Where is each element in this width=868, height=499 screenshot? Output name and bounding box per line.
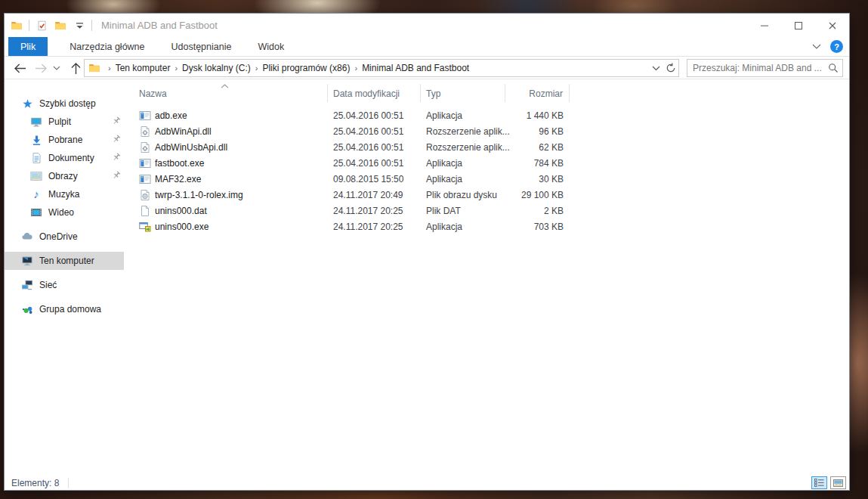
table-row-adbwinapi-dll[interactable]: AdbWinApi.dll 25.04.2016 00:51 Rozszerze… bbox=[124, 123, 849, 139]
file-name-cell: fastboot.exe bbox=[124, 157, 328, 169]
column-header-typ[interactable]: Typ bbox=[421, 84, 505, 102]
collapse-ribbon-button[interactable] bbox=[812, 44, 821, 49]
qat-new-folder-button[interactable] bbox=[54, 18, 67, 33]
sidebar-item-quick-access[interactable]: Szybki dostęp bbox=[5, 95, 124, 113]
back-button[interactable] bbox=[11, 59, 29, 77]
tab-narzedzia-glowne[interactable]: Narzędzia główne bbox=[60, 37, 154, 56]
tab-widok[interactable]: Widok bbox=[248, 37, 294, 56]
ribbon-right-controls: ? bbox=[812, 37, 849, 56]
file-name-cell: adb.exe bbox=[124, 110, 328, 122]
help-button[interactable]: ? bbox=[830, 40, 843, 53]
table-row-adbwinusbapi-dll[interactable]: AdbWinUsbApi.dll 25.04.2016 00:51 Rozsze… bbox=[124, 139, 849, 155]
sidebar-item-wideo[interactable]: Wideo bbox=[5, 203, 124, 222]
breadcrumb-program-files-x86[interactable]: Pliki programów (x86) bbox=[259, 63, 353, 73]
sidebar-item-pulpit[interactable]: Pulpit bbox=[5, 113, 124, 131]
file-name: unins000.exe bbox=[155, 222, 209, 232]
search-input[interactable] bbox=[687, 63, 824, 73]
file-type: Rozszerzenie aplik... bbox=[421, 126, 505, 137]
file-modified: 25.04.2016 00:51 bbox=[328, 158, 421, 169]
qat-properties-button[interactable] bbox=[35, 18, 48, 33]
sidebar-item-muzyka[interactable]: ♪ Muzyka bbox=[5, 185, 124, 203]
file-name: AdbWinUsbApi.dll bbox=[155, 142, 227, 153]
sidebar-item-grupa-domowa[interactable]: Grupa domowa bbox=[5, 300, 124, 318]
sidebar-item-onedrive[interactable]: OneDrive bbox=[5, 228, 124, 246]
file-name-cell: AdbWinApi.dll bbox=[124, 126, 328, 138]
breadcrumb-current-folder[interactable]: Minimal ADB and Fastboot bbox=[359, 63, 472, 73]
column-header-label: Data modyfikacji bbox=[333, 88, 400, 99]
table-row-adb-exe[interactable]: adb.exe 25.04.2016 00:51 Aplikacja 1 440… bbox=[124, 107, 849, 123]
table-row-fastboot-exe[interactable]: fastboot.exe 25.04.2016 00:51 Aplikacja … bbox=[124, 155, 849, 171]
disc-image-icon bbox=[139, 189, 151, 201]
file-name: adb.exe bbox=[155, 110, 187, 121]
sidebar-item-dokumenty[interactable]: Dokumenty bbox=[5, 149, 124, 167]
file-name: AdbWinApi.dll bbox=[155, 126, 212, 137]
sidebar-item-ten-komputer[interactable]: Ten komputer bbox=[5, 252, 124, 270]
breadcrumb-drive-c[interactable]: Dysk lokalny (C:) bbox=[179, 63, 254, 73]
file-size: 30 KB bbox=[505, 174, 570, 184]
breadcrumb-this-pc[interactable]: Ten komputer bbox=[113, 63, 174, 73]
explorer-folder-icon bbox=[10, 18, 23, 33]
file-name: MAF32.exe bbox=[155, 174, 201, 184]
file-modified: 24.11.2017 20:25 bbox=[328, 206, 421, 216]
quick-access-toolbar: Minimal ADB and Fastboot bbox=[5, 14, 218, 37]
details-view-button[interactable] bbox=[811, 476, 827, 489]
pictures-icon bbox=[30, 170, 42, 182]
breadcrumb-separator: › bbox=[173, 64, 179, 73]
video-icon bbox=[30, 206, 42, 219]
sidebar-item-label: Obrazy bbox=[48, 171, 78, 181]
sort-ascending-icon bbox=[221, 84, 229, 88]
tab-udostepnianie[interactable]: Udostępnianie bbox=[162, 37, 242, 56]
ribbon-tab-bar: Plik Narzędzia główne Udostępnianie Wido… bbox=[5, 37, 849, 57]
file-type: Aplikacja bbox=[421, 110, 505, 121]
sidebar-item-siec[interactable]: Sieć bbox=[5, 276, 124, 294]
tab-plik[interactable]: Plik bbox=[8, 37, 48, 56]
table-row-unins000-exe[interactable]: unins000.exe 24.11.2017 20:25 Aplikacja … bbox=[124, 219, 849, 234]
file-type: Rozszerzenie aplik... bbox=[421, 142, 505, 153]
minimize-button[interactable] bbox=[747, 14, 781, 37]
this-pc-icon bbox=[21, 255, 33, 267]
column-header-rozmiar[interactable]: Rozmiar bbox=[505, 84, 570, 102]
refresh-icon[interactable] bbox=[663, 60, 678, 76]
breadcrumb-separator: › bbox=[254, 64, 260, 73]
maximize-button[interactable] bbox=[781, 14, 815, 37]
table-row-twrp-img[interactable]: twrp-3.1.1-0-rolex.img 24.11.2017 20:49 … bbox=[124, 187, 849, 203]
file-modified: 24.11.2017 20:25 bbox=[328, 222, 421, 232]
status-separator bbox=[68, 478, 69, 488]
file-name-cell: unins000.dat bbox=[124, 205, 328, 217]
application-icon bbox=[139, 173, 151, 185]
sidebar-item-label: OneDrive bbox=[39, 231, 78, 242]
qat-customize-dropdown[interactable] bbox=[73, 18, 86, 33]
file-list-pane: Nazwa Data modyfikacji Typ Rozmiar adb.e… bbox=[124, 79, 849, 476]
sidebar-item-pobrane[interactable]: Pobrane bbox=[5, 131, 124, 149]
close-button[interactable] bbox=[815, 14, 849, 37]
file-rows: adb.exe 25.04.2016 00:51 Aplikacja 1 440… bbox=[124, 107, 849, 234]
navigation-pane: Szybki dostęp Pulpit Pobrane bbox=[5, 79, 124, 476]
address-bar[interactable]: › Ten komputer › Dysk lokalny (C:) › Pli… bbox=[84, 59, 679, 77]
recent-locations-dropdown[interactable] bbox=[51, 59, 62, 77]
file-name-cell: twrp-3.1.1-0-rolex.img bbox=[124, 189, 328, 201]
file-name-cell: unins000.exe bbox=[124, 221, 328, 233]
sidebar-item-label: Szybki dostęp bbox=[39, 98, 96, 109]
search-icon[interactable] bbox=[824, 63, 842, 73]
thumbnails-view-button[interactable] bbox=[830, 476, 846, 489]
application-icon bbox=[139, 110, 151, 122]
column-header-nazwa[interactable]: Nazwa bbox=[124, 84, 328, 102]
address-dropdown-chevron-icon[interactable] bbox=[648, 60, 663, 76]
column-header-label: Nazwa bbox=[139, 88, 167, 99]
sidebar-item-obrazy[interactable]: Obrazy bbox=[5, 167, 124, 185]
file-modified: 25.04.2016 00:51 bbox=[328, 110, 421, 121]
desktop-wallpaper: Minimal ADB and Fastboot Plik Narzędzia … bbox=[0, 0, 868, 499]
desktop-icon bbox=[30, 116, 42, 128]
file-modified: 09.08.2015 15:50 bbox=[328, 174, 421, 184]
up-button[interactable] bbox=[66, 59, 85, 77]
column-header-data-modyfikacji[interactable]: Data modyfikacji bbox=[328, 84, 421, 102]
pin-icon bbox=[111, 152, 122, 163]
status-bar: Elementy: 8 bbox=[5, 476, 849, 490]
table-row-maf32-exe[interactable]: MAF32.exe 09.08.2015 15:50 Aplikacja 30 … bbox=[124, 171, 849, 187]
file-modified: 25.04.2016 00:51 bbox=[328, 142, 421, 153]
file-type: Plik obrazu dysku bbox=[421, 190, 505, 200]
titlebar[interactable]: Minimal ADB and Fastboot bbox=[5, 14, 849, 37]
table-row-unins000-dat[interactable]: unins000.dat 24.11.2017 20:25 Plik DAT 2… bbox=[124, 203, 849, 219]
file-name: twrp-3.1.1-0-rolex.img bbox=[155, 190, 243, 200]
forward-button[interactable] bbox=[32, 59, 50, 77]
